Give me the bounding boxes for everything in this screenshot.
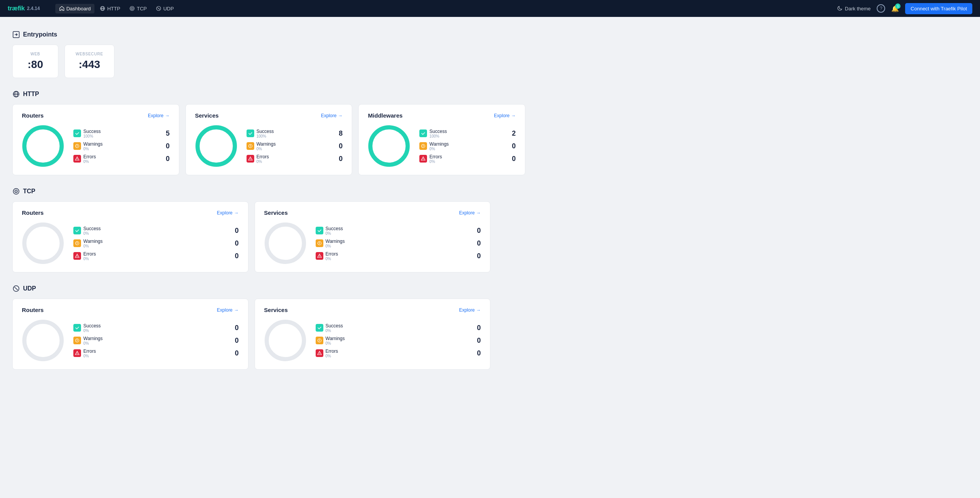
- error-icon: [247, 155, 254, 163]
- warning-icon: [316, 337, 323, 344]
- http-services-legend: Success 100% 8: [247, 129, 343, 164]
- tcp-title: TCP: [23, 188, 35, 195]
- tcp-routers-legend: Success 0% 0: [73, 226, 239, 261]
- svg-point-21: [16, 191, 17, 192]
- udp-routers-explore[interactable]: Explore →: [217, 307, 239, 313]
- udp-routers-card: Routers Explore →: [12, 299, 248, 370]
- notification-badge: 1: [895, 3, 901, 9]
- udp-title: UDP: [23, 285, 36, 292]
- success-icon: [73, 227, 81, 234]
- http-routers-explore[interactable]: Explore →: [148, 113, 170, 118]
- success-icon: [316, 324, 323, 332]
- udp-services-title: Services: [264, 307, 288, 313]
- svg-point-24: [267, 224, 304, 262]
- warning-icon: [419, 142, 427, 150]
- tcp-header: TCP: [12, 188, 525, 195]
- warning-icon: [247, 142, 254, 150]
- main-content: Entrypoints WEB :80 WEBSECURE :443 HTTP: [0, 17, 538, 393]
- http-routers-legend: Success 100% 5: [73, 129, 170, 164]
- udp-services-legend: Success 0% 0: [316, 323, 481, 358]
- svg-point-27: [24, 322, 61, 359]
- udp-header: UDP: [12, 285, 525, 292]
- tcp-services-legend: Success 0% 0: [316, 226, 481, 261]
- udp-services-donut: [264, 319, 306, 362]
- error-icon: [73, 155, 81, 163]
- nav-udp[interactable]: UDP: [152, 4, 177, 13]
- help-button[interactable]: ?: [877, 4, 885, 13]
- http-services-donut: [195, 125, 237, 167]
- svg-point-11: [24, 127, 61, 164]
- entrypoints-list: WEB :80 WEBSECURE :443: [12, 45, 525, 78]
- success-icon: [247, 129, 254, 137]
- warning-icon: [73, 239, 81, 247]
- http-cards: Routers Explore →: [12, 104, 525, 175]
- entrypoints-header: Entrypoints: [12, 31, 525, 38]
- legend-row-warning: Warnings 0% 0: [73, 141, 170, 151]
- udp-section-icon: [12, 285, 20, 292]
- moon-icon: [837, 6, 843, 11]
- entrypoint-web: WEB :80: [12, 45, 58, 78]
- tcp-cards: Routers Explore →: [12, 201, 525, 272]
- nav-tcp[interactable]: TCP: [126, 4, 151, 13]
- tcp-services-explore[interactable]: Explore →: [459, 210, 481, 216]
- warning-icon: [73, 337, 81, 344]
- entrypoint-websecure: WEBSECURE :443: [65, 45, 114, 78]
- http-services-explore[interactable]: Explore →: [321, 113, 343, 118]
- http-section: HTTP Routers Explore →: [12, 90, 525, 175]
- http-icon: [12, 90, 20, 98]
- http-middlewares-card: Middlewares Explore →: [358, 104, 525, 175]
- udp-services-explore[interactable]: Explore →: [459, 307, 481, 313]
- globe-icon: [100, 6, 105, 11]
- dark-theme-toggle[interactable]: Dark theme: [837, 6, 871, 12]
- http-middlewares-legend: Success 100% 2: [419, 129, 516, 164]
- connect-pilot-button[interactable]: Connect with Traefik Pilot: [905, 3, 972, 14]
- svg-point-14: [197, 127, 235, 164]
- notifications-button[interactable]: 🔔 1: [891, 5, 899, 12]
- udp-services-card: Services Explore →: [255, 299, 491, 370]
- success-icon: [73, 324, 81, 332]
- success-icon: [419, 129, 427, 137]
- navbar-right: Dark theme ? 🔔 1 Connect with Traefik Pi…: [837, 3, 972, 14]
- udp-routers-legend: Success 0% 0: [73, 323, 239, 358]
- tcp-icon: [129, 6, 135, 11]
- warning-icon: [73, 142, 81, 150]
- entrypoints-title: Entrypoints: [23, 31, 57, 38]
- entrypoints-icon: [12, 31, 20, 38]
- udp-routers-title: Routers: [22, 307, 44, 313]
- http-middlewares-donut: [368, 125, 410, 167]
- warning-icon: [316, 239, 323, 247]
- http-routers-donut: [22, 125, 64, 167]
- nav-dashboard[interactable]: Dashboard: [55, 4, 95, 13]
- http-middlewares-title: Middlewares: [368, 112, 402, 119]
- tcp-routers-title: Routers: [22, 209, 44, 216]
- tcp-routers-explore[interactable]: Explore →: [217, 210, 239, 216]
- http-services-title: Services: [195, 112, 219, 119]
- tcp-services-donut: [264, 222, 306, 264]
- tcp-services-title: Services: [264, 209, 288, 216]
- svg-point-3: [130, 7, 134, 11]
- http-routers-card: Routers Explore →: [12, 104, 179, 175]
- error-icon: [73, 349, 81, 357]
- brand: træfik 2.4.14: [8, 5, 40, 12]
- svg-point-17: [371, 127, 408, 164]
- legend-row-success: Success 100% 5: [73, 129, 170, 138]
- tcp-section: TCP Routers Explore →: [12, 188, 525, 272]
- svg-point-29: [267, 322, 304, 359]
- legend-row-error: Errors 0% 0: [73, 154, 170, 164]
- tcp-icon: [12, 188, 20, 195]
- svg-point-4: [131, 8, 133, 10]
- navbar: træfik 2.4.14 Dashboard HTTP TCP: [0, 0, 980, 17]
- error-icon: [316, 252, 323, 260]
- success-icon: [73, 129, 81, 137]
- nav-http[interactable]: HTTP: [96, 4, 124, 13]
- error-icon: [316, 349, 323, 357]
- brand-logo: træfik: [8, 5, 25, 12]
- http-middlewares-explore[interactable]: Explore →: [494, 113, 516, 118]
- tcp-routers-card: Routers Explore →: [12, 201, 248, 272]
- udp-cards: Routers Explore →: [12, 299, 525, 370]
- error-icon: [419, 155, 427, 163]
- tcp-services-card: Services Explore →: [255, 201, 491, 272]
- brand-version: 2.4.14: [27, 6, 40, 11]
- http-header: HTTP: [12, 90, 525, 98]
- udp-icon: [156, 6, 161, 11]
